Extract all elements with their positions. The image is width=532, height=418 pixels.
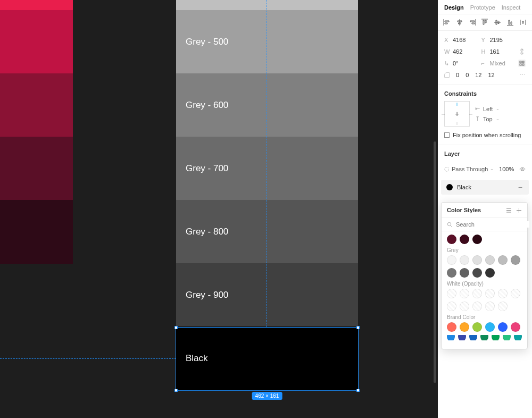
color-style-swatch[interactable] [447,302,456,311]
color-style-swatch[interactable] [511,289,520,298]
color-style-swatch[interactable] [472,235,482,244]
independent-corners-icon[interactable] [518,60,526,67]
color-style-swatch[interactable] [472,302,482,311]
swatch-grey-400[interactable] [176,0,358,10]
tab-design[interactable]: Design [444,4,464,11]
selection-handle-se[interactable] [356,389,360,392]
constraint-horizontal-select[interactable]: ⇤Left⌄ [475,105,500,112]
swatch-label: Grey - 600 [186,100,228,111]
canvas-scrollbar-vertical[interactable] [434,141,436,383]
color-style-swatch[interactable] [469,335,477,340]
swatch-red-800[interactable] [0,137,73,200]
color-style-swatch[interactable] [472,255,482,265]
detach-style-button[interactable]: − [517,183,523,191]
layer-section: Layer [438,145,532,163]
swatch-red-700[interactable] [0,73,73,137]
color-style-swatch[interactable] [460,302,469,311]
color-style-swatch[interactable] [498,302,508,311]
fill-swatch-icon [446,184,453,190]
w-label: W [444,48,450,55]
radius-tr[interactable]: 0 [466,72,469,78]
y-value[interactable]: 2195 [490,37,508,43]
swatch-red-900[interactable] [0,200,73,264]
color-style-swatch[interactable] [472,268,482,278]
swatch-grey-800[interactable]: Grey - 800 [176,200,358,263]
x-value[interactable]: 4168 [453,37,471,43]
checkbox-icon [444,132,450,138]
swatch-grey-700[interactable]: Grey - 700 [176,137,358,200]
rotation-value[interactable]: 0° [453,60,471,66]
color-style-swatch[interactable] [460,268,469,278]
color-style-swatch[interactable] [514,335,522,340]
color-style-swatch[interactable] [485,268,495,278]
alignment-row [438,14,532,31]
more-options-icon[interactable]: ⋯ [520,71,526,78]
color-style-swatch[interactable] [485,322,495,332]
fix-position-checkbox[interactable]: Fix position when scrolling [444,132,526,138]
color-style-swatch[interactable] [485,289,495,298]
constraint-vertical-select[interactable]: ⤒Top⌄ [475,115,500,122]
style-search-input[interactable] [456,221,529,228]
color-style-swatch[interactable] [447,322,456,332]
color-style-swatch[interactable] [447,255,456,265]
svg-rect-2 [520,64,521,65]
constraints-section: Constraints + ⇤Left⌄ ⤒Top⌄ Fix position … [438,85,532,145]
swatch-red-600[interactable] [0,10,73,73]
tab-inspect[interactable]: Inspect [502,4,520,11]
constraints-diagram[interactable]: + [444,101,470,127]
align-top-icon[interactable] [481,19,488,26]
color-style-swatch[interactable] [447,235,456,244]
align-vcenter-icon[interactable] [494,19,501,26]
align-left-icon[interactable] [443,19,451,26]
tab-prototype[interactable]: Prototype [470,4,495,11]
color-style-swatch[interactable] [472,289,482,298]
h-value[interactable]: 161 [490,48,508,55]
swatch-grey-900[interactable]: Grey - 900 [176,263,358,327]
constrain-proportions-icon[interactable] [518,48,526,55]
selection-outline: 462 × 161 [176,327,359,391]
selection-handle-nw[interactable] [174,326,178,329]
color-style-swatch[interactable] [460,255,469,265]
color-style-swatch[interactable] [511,322,520,332]
selection-handle-sw[interactable] [174,389,178,392]
align-right-icon[interactable] [469,19,476,26]
swatch-grey-600[interactable]: Grey - 600 [176,73,358,137]
color-style-swatch[interactable] [498,255,508,265]
radius-bl[interactable]: 12 [488,72,495,78]
corner-value[interactable]: Mixed [490,60,508,66]
w-value[interactable]: 462 [453,48,471,55]
swatch-grey-500[interactable]: Grey - 500 [176,10,358,73]
align-bottom-icon[interactable] [506,19,514,26]
fill-style-row[interactable]: Black − [441,180,529,195]
opacity-value[interactable]: 100% [499,166,514,172]
color-style-swatch[interactable] [460,322,469,332]
color-style-swatch[interactable] [503,335,511,340]
color-style-swatch[interactable] [447,289,456,298]
radius-br[interactable]: 12 [475,72,481,78]
distribute-icon[interactable] [519,19,527,26]
color-style-swatch[interactable] [485,302,495,311]
visibility-icon[interactable] [519,166,526,172]
canvas[interactable]: Grey - 500 Grey - 600 Grey - 700 Grey - … [0,0,438,418]
group-label-brand: Brand Color [447,314,522,320]
color-style-swatch[interactable] [458,335,466,340]
color-style-swatch[interactable] [447,268,456,278]
color-style-swatch[interactable] [480,335,488,340]
align-hcenter-icon[interactable] [456,19,463,26]
selection-handle-ne[interactable] [356,326,360,329]
color-style-swatch[interactable] [472,322,482,332]
color-style-swatch[interactable] [511,255,520,265]
radius-tl[interactable]: 0 [456,72,459,78]
color-style-swatch[interactable] [485,255,495,265]
color-style-swatch[interactable] [460,289,469,298]
color-style-swatch[interactable] [498,289,508,298]
blend-mode-select[interactable]: ◌Pass Through⌄ [444,165,494,172]
list-view-icon[interactable] [506,207,512,213]
color-style-swatch[interactable] [492,335,500,340]
color-style-swatch[interactable] [447,335,455,340]
add-style-icon[interactable] [516,207,522,213]
color-style-swatch[interactable] [498,322,508,332]
color-style-swatch[interactable] [460,235,469,244]
group-label-white: White (Opacity) [447,281,522,287]
inspector-panel: Design Prototype Inspect X4168 Y2195 W46… [438,0,532,418]
